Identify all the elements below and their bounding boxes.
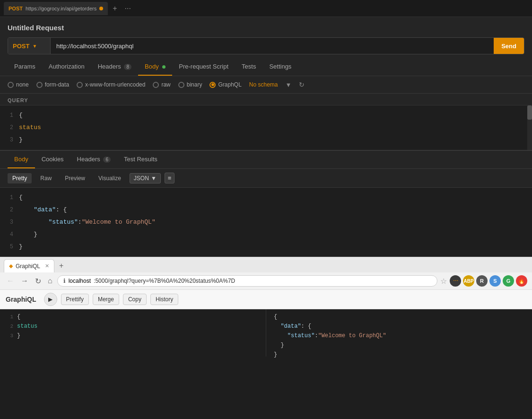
gql-query-line-2: 2 status — [0, 322, 266, 331]
browser-refresh-button[interactable]: ↻ — [33, 276, 43, 287]
option-urlencoded[interactable]: x-www-form-urlencoded — [77, 81, 145, 88]
tab-settings[interactable]: Settings — [262, 58, 298, 76]
format-raw-btn[interactable]: Raw — [35, 173, 56, 183]
graphiql-response-editor: { "data": { "status": "Welcome to GraphQ… — [266, 309, 532, 357]
wrap-lines-button[interactable]: ≡ — [165, 173, 175, 183]
extension-icon-5[interactable]: G — [503, 275, 514, 287]
format-visualize-btn[interactable]: Visualize — [94, 173, 126, 183]
tab-tests[interactable]: Tests — [235, 58, 262, 76]
format-preview-btn[interactable]: Preview — [60, 173, 90, 183]
option-raw[interactable]: raw — [153, 81, 170, 88]
tab-pre-request-script[interactable]: Pre-request Script — [172, 58, 235, 76]
url-input[interactable] — [51, 43, 494, 50]
radio-raw — [153, 82, 159, 88]
address-bar[interactable]: ℹ localhost :5000/graphql?query=%7B%0A%2… — [57, 275, 437, 287]
browser-chrome: ◆ GraphiQL ✕ + ← → ↻ ⌂ ℹ localhost :5000… — [0, 257, 532, 289]
browser-forward-button[interactable]: → — [19, 276, 30, 286]
browser-active-tab[interactable]: ◆ GraphiQL ✕ — [4, 259, 54, 272]
graphiql-editors: 1 { 2 status 3 } { "data": { — [0, 309, 532, 357]
option-form-data[interactable]: form-data — [36, 81, 69, 88]
tab-dirty-indicator — [99, 7, 103, 10]
graphiql-history-button[interactable]: History — [150, 294, 178, 305]
url-bar: POST ▼ Send — [8, 37, 524, 54]
radio-binary — [178, 82, 184, 88]
tab-tests-label: Tests — [242, 63, 256, 70]
tab-params[interactable]: Params — [8, 58, 42, 76]
tab-params-label: Params — [14, 63, 35, 70]
browser-home-button[interactable]: ⌂ — [46, 276, 54, 286]
new-tab-button[interactable]: + — [110, 4, 120, 13]
graphiql-prettify-button[interactable]: Prettify — [61, 294, 89, 305]
response-line-2: 2 "data": { — [0, 204, 532, 216]
schema-dropdown-icon[interactable]: ▼ — [286, 81, 292, 88]
option-graphql[interactable]: GraphQL — [209, 81, 241, 88]
send-button[interactable]: Send — [494, 38, 524, 54]
radio-form-data — [36, 82, 43, 88]
query-section: QUERY 1 { 2 status 3 } — [0, 94, 532, 150]
graphiql-play-button[interactable]: ▶ — [44, 293, 57, 306]
response-tabs-row: Body Cookies Headers 6 Test Results — [0, 151, 532, 169]
json-format-select[interactable]: JSON ▼ — [130, 173, 161, 183]
option-none[interactable]: none — [8, 81, 29, 88]
more-tabs-button[interactable]: ··· — [122, 4, 134, 13]
query-editor[interactable]: 1 { 2 status 3 } — [0, 105, 532, 150]
graphiql-merge-button[interactable]: Merge — [93, 294, 119, 305]
query-label: QUERY — [0, 94, 532, 105]
browser-tab-label: GraphiQL — [16, 263, 40, 270]
extension-icon-6[interactable]: 🔥 — [516, 275, 527, 287]
tab-authorization-label: Authorization — [49, 63, 85, 70]
query-line-2: 2 status — [0, 122, 532, 134]
refresh-schema-icon[interactable]: ↻ — [299, 81, 305, 88]
browser-tab-close-button[interactable]: ✕ — [45, 263, 49, 269]
tab-method-badge: POST — [9, 6, 23, 11]
response-tab-headers[interactable]: Headers 6 — [70, 151, 117, 168]
response-line-4: 4 } — [0, 228, 532, 241]
body-active-dot — [162, 65, 166, 69]
tab-headers[interactable]: Headers 8 — [91, 58, 138, 76]
headers-badge: 8 — [124, 64, 131, 70]
tab-body[interactable]: Body — [138, 58, 172, 76]
gql-query-line-3: 3 } — [0, 331, 266, 340]
format-pretty-btn[interactable]: Pretty — [8, 173, 32, 183]
address-bar-path: :5000/graphql?query=%7B%0A%20%20status%0… — [94, 278, 235, 284]
schema-label: No schema — [249, 81, 278, 88]
response-headers-badge: 6 — [103, 157, 111, 163]
browser-tab-favicon: ◆ — [9, 263, 13, 269]
address-bar-host: localhost — [69, 278, 91, 284]
gql-response-line-5: } — [266, 350, 532, 359]
extension-icon-3[interactable]: R — [476, 275, 488, 287]
extension-icon-4[interactable]: S — [489, 275, 501, 287]
radio-none — [8, 82, 14, 88]
extension-icon-abp[interactable]: ABP — [463, 275, 474, 287]
response-line-1: 1 { — [0, 192, 532, 204]
gql-response-line-1: { — [266, 312, 532, 322]
active-request-tab[interactable]: POST https://gogrocy.in/api/getorders — [4, 2, 108, 15]
body-options-row: none form-data x-www-form-urlencoded raw… — [0, 76, 532, 94]
browser-navigation-bar: ← → ↻ ⌂ ℹ localhost :5000/graphql?query=… — [0, 272, 532, 289]
graphiql-query-editor[interactable]: 1 { 2 status 3 } — [0, 309, 266, 357]
response-tab-body[interactable]: Body — [8, 151, 35, 168]
gql-response-line-2: "data": { — [266, 322, 532, 331]
query-scrollbar[interactable] — [527, 105, 532, 150]
response-body: 1 { 2 "data": { 3 "status": "Welcome to … — [0, 188, 532, 257]
gql-response-line-4: } — [266, 340, 532, 350]
radio-graphql — [209, 82, 216, 88]
browser-new-tab-button[interactable]: + — [55, 262, 67, 270]
response-format-row: Pretty Raw Preview Visualize JSON ▼ ≡ — [0, 169, 532, 188]
graphiql-title: GraphiQL — [6, 296, 36, 303]
query-line-1: 1 { — [0, 109, 532, 122]
browser-back-button[interactable]: ← — [5, 276, 16, 286]
response-area: Body Cookies Headers 6 Test Results Pret… — [0, 150, 532, 257]
method-dropdown-icon: ▼ — [32, 44, 37, 49]
extension-icon-1[interactable]: ⋯ — [450, 275, 461, 287]
method-selector[interactable]: POST ▼ — [8, 38, 51, 54]
response-tab-cookies[interactable]: Cookies — [35, 151, 70, 168]
query-scrollbar-thumb — [527, 105, 532, 120]
tab-authorization[interactable]: Authorization — [42, 58, 91, 76]
graphiql-copy-button[interactable]: Copy — [123, 294, 147, 305]
address-bar-info-icon: ℹ — [63, 278, 66, 284]
response-tab-test-results[interactable]: Test Results — [117, 151, 164, 168]
bookmark-star-icon[interactable]: ☆ — [440, 277, 447, 286]
graphiql-toolbar: GraphiQL ▶ Prettify Merge Copy History — [0, 290, 532, 309]
option-binary[interactable]: binary — [178, 81, 202, 88]
